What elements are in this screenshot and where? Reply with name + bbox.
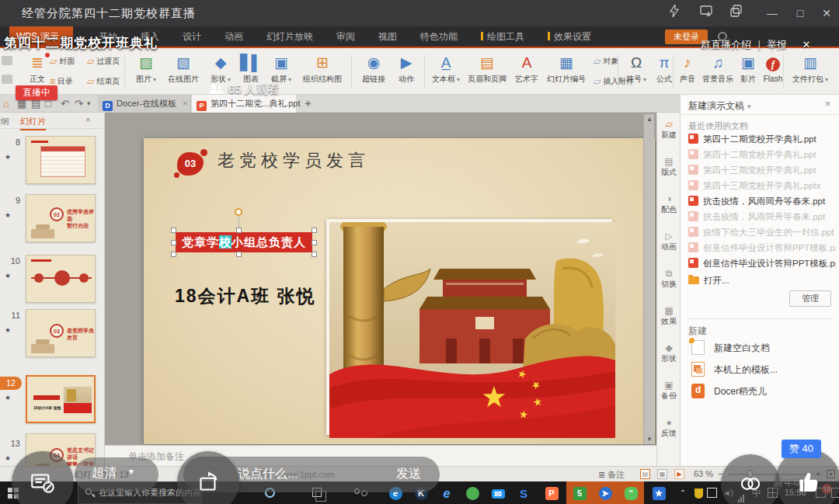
scroll-up-icon[interactable]: ▲ — [644, 116, 655, 123]
recent-file[interactable]: 第四十三期党校开学典礼.pptx — [688, 180, 836, 194]
panel-title[interactable]: 新建演示文稿▾ — [688, 99, 751, 113]
resize-handle[interactable] — [312, 252, 317, 257]
slide-speaker-name[interactable]: 18会计A班 张悦 — [175, 284, 316, 308]
toolbar-item-movie[interactable]: ▣ 影片 — [736, 53, 760, 84]
toolbar-item-wordart[interactable]: A 艺术字 — [511, 53, 542, 84]
toolbar-item-screenshot[interactable]: ▣ 截屏▾ — [266, 53, 297, 84]
green-app-icon[interactable] — [462, 484, 482, 502]
tab-effect-settings[interactable]: 效果设置 — [536, 26, 603, 47]
toolbar-item-action[interactable]: ▶ 动作 — [393, 53, 420, 84]
local-template-item[interactable]: 本机上的模板... — [691, 362, 836, 379]
send-app-icon[interactable]: ➤ — [595, 484, 615, 502]
wps-home-icon[interactable]: ⌂ — [3, 97, 9, 110]
sidebar-item-transition[interactable]: ⧉切换 — [657, 268, 681, 290]
sidebar-item-backup[interactable]: ▣备份 — [657, 380, 681, 401]
sidebar-item-shape[interactable]: ◆形状 — [657, 342, 681, 364]
copy-window-icon[interactable] — [727, 4, 746, 23]
slideshow-play-icon[interactable]: ▶ — [674, 469, 684, 479]
chevron-down-icon[interactable]: ▾ — [87, 97, 91, 110]
toolbar-item-package[interactable]: ▥ 文件打包▾ — [788, 53, 833, 84]
resize-handle[interactable] — [171, 252, 176, 257]
close-icon[interactable]: ✕ — [817, 4, 836, 23]
recent-file[interactable]: 第四十二期党校开学典礼.ppt — [688, 134, 836, 148]
normal-view-icon[interactable]: ▤ — [640, 469, 650, 479]
toolbar-item-shape[interactable]: ◆ 形状▾ — [205, 53, 236, 84]
doc-tab-docer[interactable]: DDocer-在线模板× — [98, 95, 191, 113]
send-button[interactable]: 发送 — [396, 466, 421, 482]
thumbnail-slide-11[interactable]: 03 老党校学员发言 — [26, 309, 96, 357]
recent-file[interactable]: 第四十三期党校开学典礼.ppt — [688, 165, 836, 179]
tab-view[interactable]: 视图 — [367, 26, 409, 47]
resize-handle[interactable] — [236, 252, 242, 257]
close-icon[interactable]: × — [85, 115, 90, 124]
report-link[interactable]: 举报 — [767, 39, 787, 50]
slide-canvas[interactable]: 03 老党校学员发言 党章学校小组总负责人 18会计A班 张悦 — [144, 138, 655, 444]
redo-icon[interactable]: ↷ — [75, 97, 83, 110]
undo-icon[interactable]: ↶ — [61, 97, 69, 110]
tab-special-features[interactable]: 特色功能 — [409, 26, 469, 47]
recent-file[interactable]: 疫情下给大三毕业生的一封信.ppt — [688, 227, 836, 241]
toolbar-item-slide-number[interactable]: ▦ 幻灯片编号 — [544, 53, 589, 84]
wechat-icon[interactable]: '' — [621, 484, 641, 502]
recent-file[interactable]: 创意信件毕业设计答辩PPT模板.pptx — [688, 242, 836, 256]
toolbar-item-chart[interactable]: ▋▌ 图表 — [238, 53, 264, 84]
new-tab-icon[interactable]: + — [305, 97, 311, 110]
toolbar-item-online-picture[interactable]: ▧ 在线图片 — [163, 53, 204, 84]
display-icon[interactable] — [707, 488, 717, 498]
mail-icon[interactable]: ✉ — [488, 484, 508, 502]
toolbar-item-body-text[interactable]: ≣ 正文 — [23, 53, 51, 84]
recent-file[interactable]: 创意信件毕业设计答辩PPT模板.pptx — [688, 258, 836, 272]
open-file-item[interactable]: 打开... — [688, 275, 836, 289]
resize-handle[interactable] — [171, 228, 176, 233]
tab-animation[interactable]: 动画 — [213, 26, 255, 47]
group-live-intro-link[interactable]: 群直播介绍 — [701, 39, 751, 50]
wps-ppt-icon[interactable]: P — [541, 484, 562, 502]
tab-review[interactable]: 审阅 — [325, 26, 367, 47]
thumbnail-slide-10[interactable] — [26, 255, 96, 303]
sidebar-item-color-scheme[interactable]: ◑配色 — [657, 193, 681, 215]
ie-icon[interactable]: e — [437, 484, 457, 502]
wps-5-icon[interactable]: 5 — [569, 484, 590, 502]
toolbar-item-cover-page[interactable]: ▱封面 — [50, 56, 75, 67]
new-blank-doc-item[interactable]: 新建空白文档 — [691, 340, 836, 357]
sidebar-item-new[interactable]: ▱新建 — [657, 119, 681, 141]
tab-slideshow[interactable]: 幻灯片放映 — [255, 26, 325, 47]
sogou-icon[interactable]: S — [513, 484, 534, 502]
selected-textbox[interactable]: 党章学校小组总负责人 — [176, 232, 312, 252]
close-icon[interactable]: ✕ — [802, 39, 811, 50]
minimize-icon[interactable]: — — [763, 4, 782, 23]
toolbar-item-hyperlink[interactable]: ◉ 超链接 — [356, 53, 392, 84]
like-count-badge[interactable]: 赞 40 — [782, 440, 821, 458]
resize-handle[interactable] — [312, 240, 317, 245]
close-icon[interactable]: × — [825, 99, 830, 109]
notes-toggle[interactable]: ≣ 备注 — [598, 469, 625, 481]
toolbar-item-header-footer[interactable]: ▤ 页眉和页脚 — [465, 53, 510, 84]
toolbar-item-symbol[interactable]: Ω 符号▾ — [621, 53, 651, 84]
close-icon[interactable]: × — [183, 99, 187, 108]
slide-title[interactable]: 老党校学员发言 — [218, 149, 370, 172]
recent-file[interactable]: 第四十二期党校开学典礼.ppt — [688, 149, 836, 163]
slide-sorter-icon[interactable]: ▦ — [657, 469, 667, 479]
thumbnail-slide-9[interactable]: 02 优秀学员评选暂行办法 — [26, 194, 96, 242]
sidebar-item-layout[interactable]: ▤版式 — [657, 156, 681, 178]
thumbnail-slide-8[interactable] — [26, 136, 96, 184]
rotate-handle[interactable] — [235, 208, 242, 216]
docer-item[interactable]: Docer稻壳儿 — [691, 384, 836, 401]
toolbar-item-end-page[interactable]: ▱结束页 — [87, 76, 120, 87]
toolbar-item-bg-music[interactable]: ♫ 背景音乐 — [699, 53, 736, 84]
maximize-icon[interactable]: □ — [791, 4, 809, 23]
toolbar-item-org-chart[interactable]: ⊞ 组织结构图 — [298, 53, 346, 84]
slide-photo[interactable] — [326, 219, 612, 435]
tab-slides[interactable]: 幻灯片 — [20, 116, 46, 130]
sidebar-item-animation[interactable]: ▷动画 — [657, 231, 681, 252]
sidebar-item-effect[interactable]: ▦效果 — [657, 305, 681, 327]
thumbnail-slide-12-current[interactable]: 18会计A班 张悦 — [26, 375, 96, 423]
manage-button[interactable]: 管理 — [789, 290, 831, 307]
tab-outline[interactable]: 大纲 — [0, 116, 9, 127]
tab-design[interactable]: 设计 — [171, 26, 213, 47]
resize-handle[interactable] — [171, 240, 176, 245]
security-shield-icon[interactable] — [688, 484, 708, 502]
doc-tab-active[interactable]: P第四十二期党...典礼.ppt× — [192, 95, 296, 113]
toolbar-item-picture[interactable]: ▧ 图片▾ — [131, 53, 162, 84]
quality-selector[interactable]: 超清 ▼ — [75, 457, 158, 492]
